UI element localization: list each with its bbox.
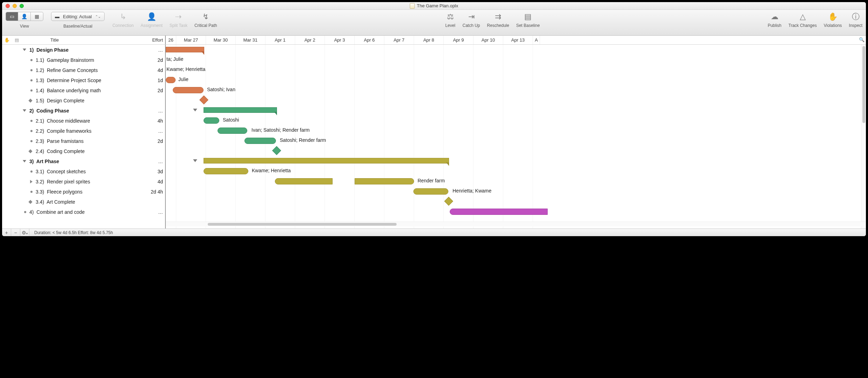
gantt-task-bar[interactable]: [166, 77, 176, 83]
gantt-resource-label: ta; Julie: [166, 56, 183, 62]
view-resource-button[interactable]: 👤: [18, 12, 31, 21]
gantt-resource-label: Ivan; Satoshi; Render farm: [251, 127, 310, 133]
title-column-header[interactable]: Title: [22, 37, 144, 43]
bullet-icon: [30, 59, 33, 61]
column-headers: ✋ ▤ Title Effort 26 Mar 27 Mar 30 Mar 31…: [2, 36, 866, 45]
bullet-icon: [30, 89, 33, 92]
split-task-icon: ⇢: [173, 12, 184, 22]
split-task-tool[interactable]: ⇢ Split Task: [170, 12, 187, 28]
minimize-icon[interactable]: [13, 4, 17, 8]
reschedule-icon: ⇉: [493, 12, 503, 22]
critical-path-tool[interactable]: ↯ Critical Path: [194, 12, 217, 28]
gantt-resource-label: Kwame; Henrietta: [166, 66, 205, 72]
gantt-expand-icon[interactable]: [193, 159, 197, 162]
status-bar: + − ⚙▾ Duration: < 5w 4d 6.5h Effort: 8w…: [2, 228, 866, 236]
gantt-summary-bar[interactable]: [204, 107, 277, 113]
bullet-icon: [30, 130, 33, 132]
connection-tool[interactable]: ↳ Connection: [112, 12, 134, 28]
gantt-task-bar[interactable]: [450, 209, 548, 215]
baseline-dropdown-label: Editing: Actual: [63, 14, 92, 19]
outline-pane[interactable]: 1) Design Phase… 1.1) Gameplay Brainstor…: [2, 45, 166, 234]
disclosure-right-icon[interactable]: [30, 180, 33, 183]
outline-row[interactable]: 2.3) Parse framistans2d: [2, 136, 165, 146]
maximize-icon[interactable]: [20, 4, 24, 8]
set-baseline-tool[interactable]: ▤ Set Baseline: [516, 12, 540, 28]
milestone-icon: [28, 99, 32, 102]
scrollbar-thumb[interactable]: [862, 46, 865, 123]
hand-icon[interactable]: ✋: [2, 37, 12, 43]
gantt-resource-label: Henrietta; Kwame: [453, 188, 491, 194]
outline-row[interactable]: 1.3) Determine Project Scope1d: [2, 75, 165, 85]
outline-row[interactable]: 1.1) Gameplay Brainstorm2d: [2, 55, 165, 65]
baseline-group: ▬ Editing: Actual ⌃⌄ Baseline/Actual: [51, 12, 105, 29]
timeline-cell: Mar 31: [236, 36, 265, 44]
view-gantt-button[interactable]: ▭: [6, 12, 18, 21]
gantt-summary-bar[interactable]: [204, 158, 449, 163]
disclosure-triangle-icon[interactable]: [23, 160, 26, 162]
timeline-cell: Apr 9: [444, 36, 474, 44]
outline-row[interactable]: 3.3) Fleece polygons2d 4h: [2, 187, 165, 197]
timeline-cell: Apr 3: [325, 36, 355, 44]
timeline-cell: 26: [166, 36, 176, 44]
publish-tool[interactable]: ☁ Publish: [768, 12, 781, 28]
gantt-task-bar[interactable]: [413, 188, 448, 195]
gantt-pane[interactable]: ta; Julie Kwame; Henrietta Julie Satoshi…: [166, 45, 866, 234]
notes-icon[interactable]: ▤: [12, 37, 22, 43]
outline-row[interactable]: 1.4) Balance underlying math2d: [2, 85, 165, 95]
outline-row[interactable]: 4) Combine art and code…: [2, 207, 165, 217]
gantt-task-bar[interactable]: [204, 117, 219, 124]
view-switcher-group: ▭ 👤 ▦ View: [6, 12, 43, 29]
gantt-resource-label: Satoshi; Ivan: [207, 87, 235, 92]
bullet-icon: [30, 191, 33, 193]
body: 1) Design Phase… 1.1) Gameplay Brainstor…: [2, 45, 866, 234]
gantt-task-bar[interactable]: [244, 138, 276, 144]
horizontal-scrollbar[interactable]: [166, 221, 866, 226]
magnify-icon[interactable]: 🔍: [859, 37, 865, 42]
outline-row-phase[interactable]: 2) Coding Phase…: [2, 106, 165, 116]
gantt-task-bar[interactable]: [173, 87, 204, 93]
gantt-task-bar[interactable]: [275, 178, 333, 184]
vertical-scrollbar[interactable]: [861, 45, 866, 229]
outline-row-phase[interactable]: 1) Design Phase…: [2, 45, 165, 55]
add-button[interactable]: +: [2, 229, 11, 236]
view-calendar-button[interactable]: ▦: [31, 12, 43, 21]
outline-row[interactable]: 3.4) Art Complete: [2, 197, 165, 207]
violations-tool[interactable]: ✋ Violations: [824, 12, 842, 28]
outline-row[interactable]: 3.2) Render pixel sprites4d: [2, 176, 165, 187]
toolbar: ▭ 👤 ▦ View ▬ Editing: Actual ⌃⌄ Baseline…: [2, 10, 866, 36]
track-changes-tool[interactable]: △ Track Changes: [789, 12, 817, 28]
gantt-task-bar[interactable]: [218, 128, 247, 134]
outline-header: ✋ ▤ Title Effort: [2, 36, 166, 44]
timeline-cell: Apr 13: [503, 36, 533, 44]
outline-row-phase[interactable]: 3) Art Phase…: [2, 156, 165, 166]
outline-row[interactable]: 3.1) Concept sketches3d: [2, 166, 165, 176]
gear-menu-button[interactable]: ⚙▾: [20, 229, 29, 236]
inspect-tool[interactable]: ⓘ Inspect: [849, 12, 862, 28]
catch-up-tool[interactable]: ⇥ Catch Up: [463, 12, 480, 28]
gantt-task-bar[interactable]: [204, 168, 248, 174]
gantt-task-bar[interactable]: [355, 178, 414, 184]
level-tool[interactable]: ⚖ Level: [445, 12, 456, 28]
remove-button[interactable]: −: [11, 229, 20, 236]
disclosure-triangle-icon[interactable]: [23, 109, 26, 112]
reschedule-tool[interactable]: ⇉ Reschedule: [487, 12, 509, 28]
baseline-label: Baseline/Actual: [63, 24, 92, 29]
chevron-updown-icon: ⌃⌄: [95, 15, 101, 19]
outline-row[interactable]: 1.2) Refine Game Concepts4d: [2, 65, 165, 75]
baseline-dropdown[interactable]: ▬ Editing: Actual ⌃⌄: [51, 12, 105, 21]
milestone-icon: [28, 200, 32, 204]
outline-row[interactable]: 2.2) Compile frameworks…: [2, 126, 165, 136]
disclosure-triangle-icon[interactable]: [23, 49, 26, 51]
scrollbar-thumb[interactable]: [208, 223, 397, 226]
close-icon[interactable]: [6, 4, 10, 8]
outline-row[interactable]: 2.1) Choose middleware4h: [2, 116, 165, 126]
effort-column-header[interactable]: Effort: [144, 37, 165, 43]
timeline-cell: Apr 10: [474, 36, 503, 44]
assignment-tool[interactable]: 👤 Assignment: [141, 12, 163, 28]
track-changes-icon: △: [797, 12, 808, 22]
timeline-header[interactable]: 26 Mar 27 Mar 30 Mar 31 Apr 1 Apr 2 Apr …: [166, 36, 866, 44]
outline-row[interactable]: 1.5) Design Complete: [2, 95, 165, 106]
outline-row[interactable]: 2.4) Coding Complete: [2, 146, 165, 156]
gantt-summary-bar[interactable]: [166, 47, 204, 52]
gantt-expand-icon[interactable]: [193, 109, 197, 111]
